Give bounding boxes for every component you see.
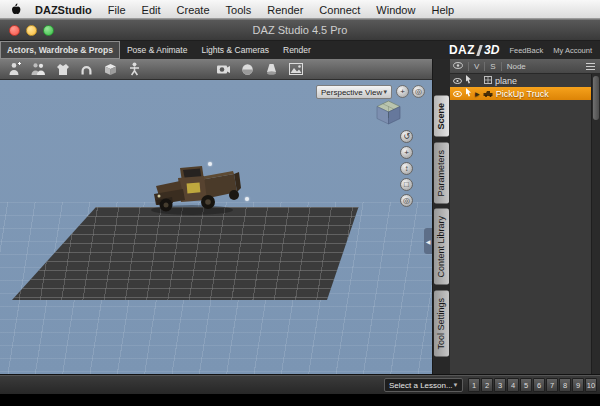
zoom-window-button[interactable] (43, 25, 54, 36)
my-account-link[interactable]: My Account (553, 46, 592, 55)
tab-lights-cameras[interactable]: Lights & Cameras (194, 41, 276, 59)
lesson-selector-label: Select a Lesson... (389, 381, 453, 390)
scene-row-pickup-truck[interactable]: ▶ PickUp Truck (450, 87, 591, 100)
menu-window[interactable]: Window (376, 4, 415, 16)
tab-pose-animate[interactable]: Pose & Animate (120, 41, 194, 59)
minimize-window-button[interactable] (26, 25, 37, 36)
node-label: PickUp Truck (496, 89, 549, 99)
render-image-icon[interactable] (287, 61, 304, 77)
right-dock-panel: Scene Parameters Content Library Tool Se… (432, 59, 600, 374)
add-figure-icon[interactable] (6, 61, 23, 77)
wardrobe-shirt-icon[interactable] (54, 61, 71, 77)
brand-slash (476, 45, 483, 56)
side-tab-content-library[interactable]: Content Library (434, 209, 449, 285)
truck-node-icon (483, 89, 493, 99)
panel-menu-icon[interactable] (586, 63, 595, 70)
select-cursor-icon[interactable] (465, 75, 472, 86)
column-node-label: Node (507, 62, 526, 71)
header-right: DAZ 3D FeedBack My Account (449, 41, 600, 59)
people-icon[interactable] (30, 61, 47, 77)
select-cursor-icon[interactable] (465, 88, 472, 99)
lesson-page-6[interactable]: 6 (533, 378, 545, 392)
view-selector-label: Perspective View (321, 88, 382, 97)
menu-help[interactable]: Help (431, 4, 454, 16)
menu-edit[interactable]: Edit (142, 4, 161, 16)
lesson-page-buttons: 1 2 3 4 5 6 7 8 9 10 (468, 378, 597, 392)
lesson-page-10[interactable]: 10 (585, 378, 597, 392)
daz-studio-window: DAZStudio File Edit Create Tools Render … (0, 0, 600, 406)
visibility-eye-icon[interactable] (453, 76, 462, 86)
scene-row-plane[interactable]: plane (450, 74, 591, 87)
lesson-page-8[interactable]: 8 (559, 378, 571, 392)
sphere-icon[interactable] (239, 61, 256, 77)
lesson-page-4[interactable]: 4 (507, 378, 519, 392)
orbit-camera-icon[interactable]: ↺ (400, 130, 413, 143)
lesson-page-2[interactable]: 2 (481, 378, 493, 392)
window-title: DAZ Studio 4.5 Pro (0, 19, 600, 41)
menu-dazstudio[interactable]: DAZStudio (35, 4, 92, 16)
dolly-camera-icon[interactable]: ↕ (400, 162, 413, 175)
tab-actors-wardrobe-props[interactable]: Actors, Wardrobe & Props (0, 41, 120, 59)
camera-controls: ↺ + ↕ □ ◎ (400, 130, 413, 207)
chevron-down-icon: ▾ (383, 88, 387, 96)
side-tab-parameters[interactable]: Parameters (434, 143, 449, 204)
main-toolbar (0, 59, 432, 80)
window-title-bar: DAZ Studio 4.5 Pro (0, 19, 600, 41)
lesson-page-5[interactable]: 5 (520, 378, 532, 392)
scene-scrollbar[interactable] (591, 74, 600, 374)
view-orientation-cube[interactable] (375, 99, 402, 126)
plane-node-icon (484, 76, 492, 86)
hair-icon[interactable] (78, 61, 95, 77)
viewport-options-icon[interactable]: + (396, 85, 409, 98)
menu-render[interactable]: Render (267, 4, 303, 16)
daz3d-logo: DAZ 3D (449, 43, 500, 57)
view-selector-dropdown[interactable]: Perspective View ▾ (316, 85, 392, 99)
feedback-link[interactable]: FeedBack (509, 46, 543, 55)
lesson-page-9[interactable]: 9 (572, 378, 584, 392)
pose-figure-icon[interactable] (126, 61, 143, 77)
header-separator (484, 62, 485, 71)
menu-connect[interactable]: Connect (319, 4, 360, 16)
visibility-eye-icon[interactable] (453, 89, 462, 99)
header-separator (501, 62, 502, 71)
side-tab-strip: Scene Parameters Content Library Tool Se… (433, 59, 450, 374)
close-window-button[interactable] (9, 25, 20, 36)
lesson-page-1[interactable]: 1 (468, 378, 480, 392)
mac-menu-bar: DAZStudio File Edit Create Tools Render … (0, 0, 600, 19)
node-label: plane (495, 76, 517, 86)
lesson-selector-dropdown[interactable]: Select a Lesson... ▼ (384, 378, 463, 392)
lesson-page-7[interactable]: 7 (546, 378, 558, 392)
side-tab-scene[interactable]: Scene (434, 96, 449, 137)
video-camera-icon[interactable] (215, 61, 232, 77)
chevron-down-icon: ▼ (453, 382, 459, 388)
draw-style-icon[interactable]: ◎ (412, 85, 425, 98)
menu-tools[interactable]: Tools (226, 4, 252, 16)
brand-3d-text: 3D (484, 43, 499, 57)
prop-cube-icon[interactable] (102, 61, 119, 77)
scene-panel-header: V S Node (450, 59, 600, 74)
lesson-page-3[interactable]: 3 (494, 378, 506, 392)
expand-caret-icon[interactable]: ▶ (475, 91, 480, 97)
viewport-3d[interactable]: Perspective View ▾ + ◎ ↺ + ↕ □ ◎ (0, 80, 432, 374)
chevron-left-icon: ◀ (426, 238, 431, 245)
spotlight-icon[interactable] (263, 61, 280, 77)
aim-camera-icon[interactable]: ◎ (400, 194, 413, 207)
scrollbar-thumb[interactable] (593, 76, 599, 120)
eye-icon (453, 62, 463, 71)
menu-file[interactable]: File (108, 4, 126, 16)
header-separator (468, 62, 469, 71)
column-s-label: S (490, 62, 495, 71)
apple-menu-icon[interactable] (10, 3, 21, 16)
activity-tab-bar: Actors, Wardrobe & Props Pose & Animate … (0, 41, 600, 59)
frame-camera-icon[interactable]: □ (400, 178, 413, 191)
side-tab-tool-settings[interactable]: Tool Settings (434, 291, 449, 357)
tab-render[interactable]: Render (276, 41, 318, 59)
viewport-marker (208, 162, 212, 166)
scene-panel: V S Node plane (450, 59, 600, 374)
column-v-label: V (474, 62, 479, 71)
menu-create[interactable]: Create (177, 4, 210, 16)
pan-camera-icon[interactable]: + (400, 146, 413, 159)
viewport-marker (245, 197, 249, 201)
pickup-truck-model[interactable] (146, 158, 242, 218)
panel-collapse-arrow[interactable]: ◀ (424, 228, 432, 254)
